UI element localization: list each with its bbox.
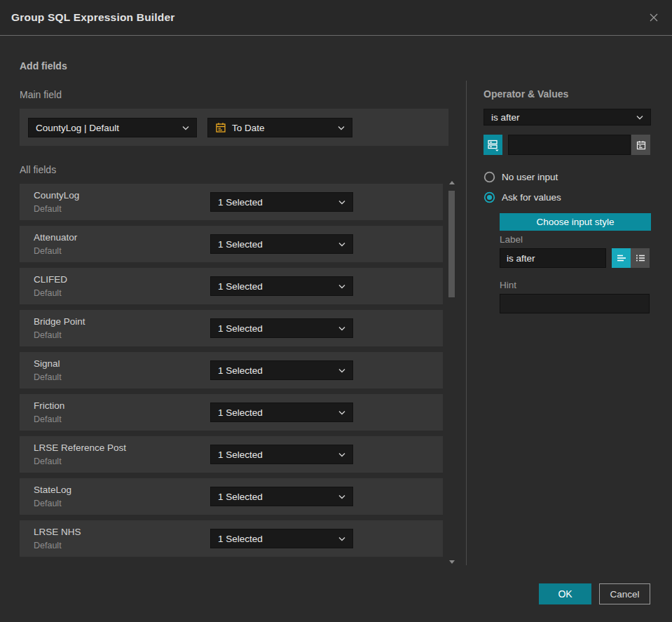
main-field-heading: Main field <box>20 89 62 100</box>
field-selected-dropdown[interactable]: 1 Selected <box>210 403 353 422</box>
chevron-down-icon <box>338 200 345 205</box>
field-name: Attenuator <box>34 232 77 243</box>
chevron-down-icon <box>338 536 345 541</box>
group-sql-expression-builder-dialog: Group SQL Expression Builder Add fields … <box>0 0 672 622</box>
field-selected-dropdown[interactable]: 1 Selected <box>210 276 353 296</box>
chevron-down-icon <box>636 115 643 120</box>
field-subtitle: Default <box>34 246 62 256</box>
field-row: CountyLog Default 1 Selected <box>20 184 443 220</box>
main-field-select[interactable]: CountyLog | Default <box>28 118 197 137</box>
label-field-label: Label <box>500 234 523 245</box>
main-field-date-select-value: To Date <box>232 123 332 133</box>
list-input-style-icon[interactable] <box>631 248 650 268</box>
field-selected-dropdown-label: 1 Selected <box>218 534 333 544</box>
field-row: StateLog Default 1 Selected <box>20 478 443 515</box>
list-scrollbar <box>448 180 455 565</box>
field-selected-dropdown-label: 1 Selected <box>218 239 333 250</box>
field-row: Bridge Point Default 1 Selected <box>20 310 443 346</box>
scrollbar-down-arrow[interactable] <box>449 560 455 564</box>
value-input[interactable] <box>508 135 631 155</box>
field-row: LRSE Reference Post Default 1 Selected <box>20 436 443 473</box>
field-selected-dropdown-label: 1 Selected <box>218 197 333 208</box>
field-selected-dropdown-label: 1 Selected <box>218 323 333 334</box>
radio-ask-for-values-label: Ask for values <box>502 192 561 203</box>
add-fields-heading: Add fields <box>20 60 67 72</box>
field-subtitle: Default <box>34 330 62 340</box>
field-selected-dropdown-label: 1 Selected <box>218 281 333 292</box>
field-selected-dropdown-label: 1 Selected <box>218 492 333 502</box>
single-input-style-icon[interactable] <box>612 248 631 268</box>
radio-no-user-input-label: No user input <box>502 172 558 182</box>
all-fields-list: CountyLog Default 1 Selected Attenuator … <box>20 184 443 562</box>
field-subtitle: Default <box>34 288 62 298</box>
field-subtitle: Default <box>34 204 62 214</box>
operator-values-panel: Operator & Values is after <box>484 0 651 622</box>
field-selected-dropdown-label: 1 Selected <box>218 449 333 460</box>
field-name: CLIFED <box>34 274 67 285</box>
operator-values-heading: Operator & Values <box>484 88 568 100</box>
choose-input-style-button[interactable]: Choose input style <box>500 213 651 231</box>
field-selected-dropdown-label: 1 Selected <box>218 365 333 376</box>
label-input[interactable] <box>500 248 606 268</box>
radio-ask-for-values[interactable]: Ask for values <box>484 191 561 203</box>
chevron-down-icon <box>338 126 345 130</box>
chevron-down-icon <box>338 368 345 373</box>
chevron-down-icon <box>338 410 345 415</box>
cancel-button[interactable]: Cancel <box>599 583 650 604</box>
field-row: Friction Default 1 Selected <box>20 394 443 431</box>
field-selected-dropdown[interactable]: 1 Selected <box>210 529 353 548</box>
scrollbar-thumb[interactable] <box>448 191 455 297</box>
scrollbar-up-arrow[interactable] <box>449 181 455 184</box>
field-subtitle: Default <box>34 457 62 466</box>
field-selected-dropdown[interactable]: 1 Selected <box>210 445 353 464</box>
all-fields-heading: All fields <box>20 164 56 175</box>
field-selected-dropdown[interactable]: 1 Selected <box>210 318 353 338</box>
field-name: CountyLog <box>34 190 79 201</box>
operator-select[interactable]: is after <box>484 109 651 126</box>
field-name: Friction <box>34 400 64 411</box>
field-subtitle: Default <box>34 372 62 382</box>
field-row: Signal Default 1 Selected <box>20 352 443 388</box>
field-name: LRSE Reference Post <box>34 442 126 453</box>
ok-button[interactable]: OK <box>539 583 591 604</box>
chevron-down-icon <box>338 284 345 289</box>
field-selected-dropdown[interactable]: 1 Selected <box>210 487 353 506</box>
field-selected-dropdown-label: 1 Selected <box>218 407 333 418</box>
value-list-toggle-button[interactable] <box>484 135 502 155</box>
calendar-icon <box>215 122 226 133</box>
main-field-date-select[interactable]: To Date <box>207 118 352 137</box>
operator-select-value: is after <box>491 112 631 123</box>
field-selected-dropdown[interactable]: 1 Selected <box>210 234 353 254</box>
field-row: CLIFED Default 1 Selected <box>20 268 443 304</box>
chevron-down-icon <box>338 494 345 499</box>
vertical-divider <box>466 81 467 565</box>
main-field-panel: CountyLog | Default To Date <box>20 109 448 146</box>
field-name: Signal <box>34 358 60 369</box>
chevron-down-icon <box>338 242 345 247</box>
field-name: LRSE NHS <box>34 527 81 537</box>
chevron-down-icon <box>338 326 345 331</box>
field-subtitle: Default <box>34 541 62 550</box>
chevron-down-icon <box>338 452 345 457</box>
hint-input[interactable] <box>500 294 650 313</box>
field-row: Attenuator Default 1 Selected <box>20 226 443 262</box>
hint-field-label: Hint <box>500 280 516 290</box>
field-selected-dropdown[interactable]: 1 Selected <box>210 192 353 212</box>
main-field-select-value: CountyLog | Default <box>36 123 177 133</box>
field-selected-dropdown[interactable]: 1 Selected <box>210 360 353 380</box>
field-subtitle: Default <box>34 414 62 424</box>
field-subtitle: Default <box>34 499 62 508</box>
radio-no-user-input[interactable]: No user input <box>484 171 558 183</box>
field-row: LRSE NHS Default 1 Selected <box>20 520 443 557</box>
dialog-title: Group SQL Expression Builder <box>11 11 175 24</box>
calendar-picker-button[interactable] <box>631 135 650 155</box>
field-name: Bridge Point <box>34 316 85 327</box>
field-name: StateLog <box>34 485 71 495</box>
chevron-down-icon <box>182 126 189 130</box>
